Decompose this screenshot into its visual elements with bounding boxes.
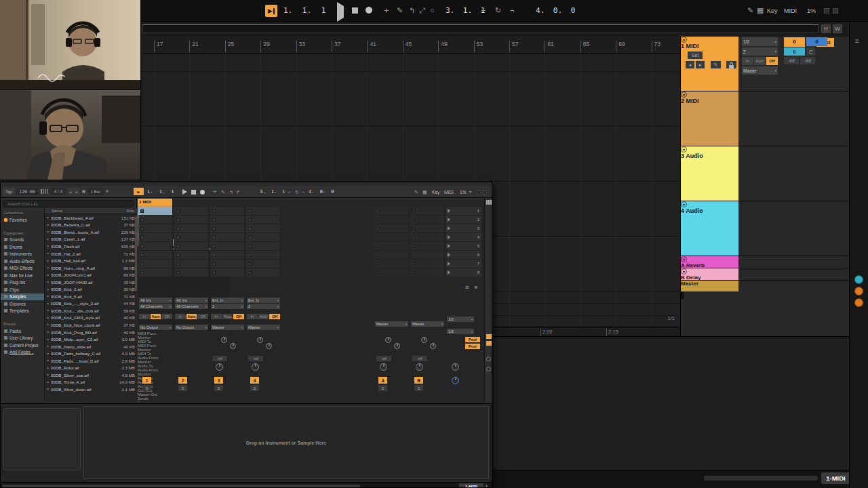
tempo-field[interactable]: 120.00 [16, 188, 38, 195]
clip-slot[interactable] [210, 224, 245, 233]
post-toggle-b[interactable]: Post [465, 344, 480, 349]
metronome-button[interactable] [82, 190, 85, 193]
column-size[interactable]: Size [113, 209, 137, 213]
time-signature-field[interactable]: 4 / 4 [51, 188, 66, 195]
clip-stop-button[interactable] [140, 227, 144, 230]
grid-value[interactable]: 1/1 [668, 315, 675, 321]
fold-icon[interactable]: ▾ [681, 268, 687, 274]
play-button[interactable] [182, 189, 187, 195]
draw-mode-icon-right[interactable]: ✎ [414, 190, 418, 195]
master-out-chooser[interactable]: 1/2▾ [447, 329, 474, 334]
fold-icon[interactable]: ▾ [681, 92, 687, 98]
clip-stop-button[interactable] [412, 236, 415, 239]
ruler-beat[interactable]: 25 [225, 41, 234, 52]
clip-stop-button[interactable] [140, 236, 144, 239]
track-activator[interactable]: 3 [214, 377, 223, 384]
track-color-block[interactable]: ▾B Delay [681, 268, 738, 280]
device-chain-pane[interactable] [3, 408, 81, 470]
monitor-auto-button[interactable]: Auto [258, 314, 269, 319]
sidebar-item-templates[interactable]: Templates [1, 308, 44, 315]
clip-stop-button[interactable] [176, 262, 180, 266]
pan-knob[interactable] [252, 363, 259, 371]
file-row[interactable]: ≈00DB_Rotor.aif2.3 MB [45, 364, 137, 371]
track-activator[interactable]: 4 [250, 377, 259, 384]
device-drop-area[interactable]: Drop an Instrument or Sample Here [83, 406, 489, 479]
track-activator[interactable]: 1 [142, 377, 151, 384]
sidebar-item-packs[interactable]: Packs [1, 327, 44, 335]
cue-volume-knob[interactable] [452, 377, 459, 384]
file-row[interactable]: ≈00DB_Nasty_slide.aif40 KB [45, 343, 137, 350]
output-chooser[interactable]: Master▾ [375, 321, 408, 327]
loop-length[interactable]: 4. 0. 0 [536, 6, 575, 15]
scene-play-icon[interactable] [448, 253, 450, 257]
sidebar-item-clips[interactable]: Clips [1, 286, 44, 293]
list-mode-icon[interactable]: ≣ [474, 285, 477, 290]
ruler-beat[interactable]: 49 [438, 41, 447, 52]
clip-slot[interactable] [210, 251, 245, 260]
master-track-header[interactable]: Master1/2▾00 [681, 281, 849, 291]
file-row[interactable]: ≈00DB_Crash_1.aif137 KB [45, 236, 137, 243]
clip-stop-button[interactable] [140, 218, 144, 222]
scene-slot[interactable]: 1 [446, 207, 482, 216]
session-track-header[interactable]: 1 MIDI [138, 199, 172, 205]
file-row[interactable]: ≈00DB_Trinia_A.aif14.3 MB [45, 379, 137, 386]
scene-play-icon[interactable] [448, 235, 450, 239]
fold-icon[interactable]: ▾ [681, 37, 687, 43]
clip-stop-button[interactable] [140, 209, 144, 213]
track-color-block[interactable]: ▾2 MIDI [681, 92, 738, 146]
sidebar-item-current-project[interactable]: Current Project [1, 342, 44, 349]
crossfade-b-icon[interactable] [486, 367, 491, 371]
clip-stop-button[interactable] [376, 227, 379, 230]
scene-play-icon[interactable] [448, 209, 450, 213]
clip-stop-button[interactable] [376, 245, 379, 247]
send-a-knob[interactable] [221, 337, 227, 343]
output-chooser[interactable]: No Output▾ [139, 325, 172, 330]
ruler-beat[interactable]: 61 [545, 41, 553, 52]
file-row[interactable]: ≈00DB_Hat_2.aif72 KB [45, 250, 137, 258]
input-channel-chooser[interactable]: All Channels▾ [139, 304, 172, 309]
sidebar-item-grooves[interactable]: Grooves [1, 300, 44, 308]
loop-switch-icon[interactable]: ↻ [295, 190, 299, 195]
scene-play-icon[interactable] [448, 270, 450, 274]
return-slot[interactable] [410, 242, 445, 251]
redo-arrow-icon[interactable]: ↱ [236, 190, 240, 195]
clip-slot[interactable] [138, 207, 173, 216]
clip-stop-button[interactable] [412, 262, 415, 265]
clip-stop-button[interactable] [376, 236, 379, 239]
pan-knob[interactable] [416, 363, 423, 371]
send-a-knob[interactable] [257, 337, 263, 343]
stop-button[interactable] [191, 190, 196, 195]
return-slot[interactable] [374, 260, 409, 268]
output-chooser[interactable]: No Output▾ [175, 325, 208, 330]
clip-stop-button[interactable] [248, 218, 252, 222]
send-a-knob[interactable] [421, 337, 427, 343]
back-button[interactable]: ◂ [686, 61, 694, 68]
clip-slot[interactable] [210, 233, 245, 242]
input-type-chooser[interactable]: Ext. In▾ [211, 298, 244, 303]
draw-mode-icon[interactable]: ✎ [397, 7, 403, 14]
clip-stop-button[interactable] [212, 236, 216, 239]
scene-play-icon[interactable] [448, 218, 450, 222]
clip-stop-button[interactable] [140, 262, 144, 266]
track-color-block[interactable]: ▾3 Audio [681, 146, 738, 201]
clip-slot[interactable] [174, 242, 209, 251]
clip-slot[interactable] [210, 216, 245, 224]
file-row[interactable]: ≈00DB_Wind_down.aif1.1 MB [45, 386, 137, 393]
undo-arrow-icon[interactable]: ↰ [409, 7, 415, 14]
return-slot[interactable] [374, 233, 409, 242]
scene-play-icon[interactable] [448, 226, 450, 230]
file-row[interactable]: ≈00DB_Kick_GM3_style.aif40 KB [45, 314, 137, 322]
solo-button[interactable]: S [414, 385, 423, 391]
grid-mode-icon[interactable]: ⊞ [465, 285, 469, 290]
clip-stop-button[interactable] [176, 218, 180, 222]
clip-slot[interactable] [138, 268, 173, 277]
clip-stop-button[interactable] [248, 209, 252, 213]
post-toggle-a[interactable]: Post [465, 337, 480, 342]
track-color-block[interactable]: ▾A Reverb [681, 256, 738, 268]
chevron-down-icon[interactable]: ▾ [469, 190, 471, 194]
ruler-beat[interactable]: 41 [367, 41, 376, 52]
keyboard-icon[interactable]: ▦ [757, 7, 764, 14]
ruler-beat[interactable]: 69 [616, 41, 625, 52]
loop-switch-icon[interactable]: ↻ [495, 7, 501, 14]
clip-stop-button[interactable] [212, 209, 216, 213]
